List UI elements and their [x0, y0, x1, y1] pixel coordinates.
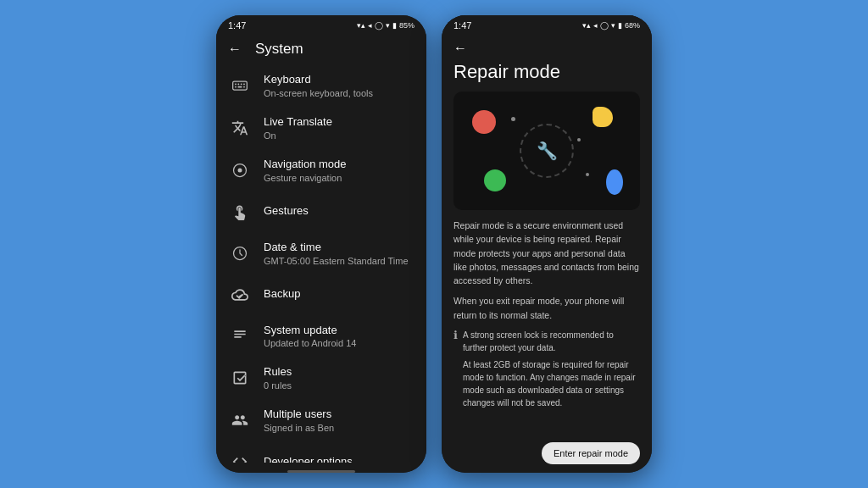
navigation-subtitle: Gesture navigation	[264, 173, 415, 183]
repair-info-row: ℹ A strong screen lock is recommended to…	[453, 329, 640, 409]
update-subtitle: Updated to Android 14	[264, 338, 415, 348]
right-battery-icon: ▮	[618, 21, 622, 30]
repair-note-1: A strong screen lock is recommended to f…	[463, 329, 640, 354]
repair-notes: A strong screen lock is recommended to f…	[463, 329, 640, 409]
settings-item-keyboard[interactable]: Keyboard On-screen keyboard, tools	[216, 64, 426, 107]
right-wifi-icon: ▾	[611, 21, 615, 30]
update-title: System update	[264, 324, 415, 338]
translate-icon	[228, 116, 252, 140]
navigation-text: Navigation mode Gesture navigation	[264, 158, 415, 183]
right-location-icon: ◂	[593, 21, 598, 30]
svg-rect-4	[243, 83, 245, 85]
settings-item-backup[interactable]: Backup	[216, 274, 426, 315]
live-translate-title: Live Translate	[264, 115, 415, 130]
keyboard-title: Keyboard	[264, 73, 415, 87]
blob-yellow	[593, 107, 613, 127]
right-status-bar: 1:47 ▾▴ ◂ ◯ ▾ ▮ 68%	[442, 15, 652, 34]
signal-icon: ▾▴	[357, 21, 365, 30]
users-icon	[228, 408, 252, 432]
right-alarm-icon: ◯	[600, 21, 609, 30]
wifi-icon: ▾	[386, 21, 390, 30]
live-translate-subtitle: On	[264, 130, 415, 141]
blob-blue	[606, 169, 623, 195]
svg-rect-1	[235, 83, 236, 85]
blob-dot-2	[586, 173, 589, 176]
wrench-circle: 🔧	[520, 124, 574, 178]
right-battery-percent: 68%	[625, 21, 640, 30]
back-button[interactable]: ←	[228, 42, 242, 57]
repair-description-2: When you exit repair mode, your phone wi…	[453, 294, 640, 322]
svg-rect-3	[241, 83, 242, 85]
datetime-text: Date & time GMT-05:00 Eastern Standard T…	[264, 241, 415, 266]
repair-screen: 1:47 ▾▴ ◂ ◯ ▾ ▮ 68% ← Repair mode	[442, 15, 652, 473]
left-phone: 1:47 ▾▴ ◂ ◯ ▾ ▮ 85% ← System Ke	[216, 15, 426, 473]
repair-back-button[interactable]: ←	[453, 41, 467, 55]
info-icon: ℹ	[453, 329, 458, 341]
enter-repair-button[interactable]: Enter repair mode	[542, 442, 640, 464]
backup-title: Backup	[264, 287, 415, 302]
settings-item-developer[interactable]: Developer options	[216, 441, 426, 463]
settings-item-datetime[interactable]: Date & time GMT-05:00 Eastern Standard T…	[216, 232, 426, 274]
right-phone: 1:47 ▾▴ ◂ ◯ ▾ ▮ 68% ← Repair mode	[442, 15, 652, 473]
rules-icon	[228, 366, 252, 390]
repair-hero-image: 🔧	[453, 92, 640, 210]
repair-note-2: At least 2GB of storage is required for …	[463, 358, 640, 409]
settings-item-users[interactable]: Multiple users Signed in as Ben	[216, 399, 426, 441]
backup-icon	[228, 283, 252, 307]
gestures-text: Gestures	[264, 204, 415, 219]
settings-item-rules[interactable]: Rules 0 rules	[216, 357, 426, 399]
left-screen-header: ← System	[216, 34, 426, 64]
rules-text: Rules 0 rules	[264, 365, 415, 391]
left-status-time: 1:47	[228, 20, 246, 30]
svg-rect-7	[238, 86, 242, 88]
navigation-icon	[228, 158, 252, 182]
update-text: System update Updated to Android 14	[264, 324, 415, 349]
backup-text: Backup	[264, 287, 415, 302]
gestures-title: Gestures	[264, 204, 415, 219]
right-signal-icon: ▾▴	[582, 21, 591, 30]
clock-icon	[228, 241, 252, 265]
rules-subtitle: 0 rules	[264, 380, 415, 391]
blob-dot-1	[511, 117, 515, 121]
keyboard-text: Keyboard On-screen keyboard, tools	[264, 73, 415, 98]
settings-list: Keyboard On-screen keyboard, tools Live …	[216, 64, 426, 463]
settings-item-navigation[interactable]: Navigation mode Gesture navigation	[216, 149, 426, 191]
navigation-title: Navigation mode	[264, 158, 415, 172]
screen-title: System	[255, 41, 303, 58]
settings-item-gestures[interactable]: Gestures	[216, 191, 426, 232]
users-subtitle: Signed in as Ben	[264, 423, 415, 433]
svg-rect-2	[238, 83, 240, 85]
rules-title: Rules	[264, 365, 415, 380]
repair-nav-header: ←	[442, 34, 652, 61]
battery-icon: ▮	[392, 21, 397, 30]
repair-page-title: Repair mode	[442, 61, 652, 92]
svg-rect-6	[243, 86, 245, 88]
wrench-icon: 🔧	[537, 141, 558, 161]
blob-red	[472, 110, 496, 134]
live-translate-text: Live Translate On	[264, 115, 415, 141]
repair-body: Repair mode is a secure environment used…	[442, 210, 652, 435]
home-indicator	[287, 470, 355, 473]
repair-description-1: Repair mode is a secure environment used…	[453, 219, 640, 287]
update-icon	[228, 324, 252, 348]
datetime-title: Date & time	[264, 241, 415, 255]
keyboard-icon	[228, 74, 252, 97]
battery-percent: 85%	[399, 21, 415, 30]
left-status-bar: 1:47 ▾▴ ◂ ◯ ▾ ▮ 85%	[216, 15, 426, 34]
users-text: Multiple users Signed in as Ben	[264, 408, 415, 433]
alarm-icon: ◯	[375, 21, 383, 30]
settings-item-update[interactable]: System update Updated to Android 14	[216, 315, 426, 358]
gestures-icon	[228, 200, 252, 224]
location-icon: ◂	[368, 21, 372, 30]
right-status-time: 1:47	[453, 20, 471, 30]
repair-image-inner: 🔧	[453, 92, 640, 210]
settings-item-live-translate[interactable]: Live Translate On	[216, 107, 426, 149]
developer-icon	[228, 450, 252, 463]
users-title: Multiple users	[264, 408, 415, 422]
right-status-icons: ▾▴ ◂ ◯ ▾ ▮ 68%	[582, 21, 640, 30]
developer-title: Developer options	[264, 455, 415, 463]
datetime-subtitle: GMT-05:00 Eastern Standard Time	[264, 256, 415, 266]
developer-text: Developer options	[264, 455, 415, 463]
blob-dot-3	[577, 138, 581, 141]
blob-green	[484, 169, 506, 191]
